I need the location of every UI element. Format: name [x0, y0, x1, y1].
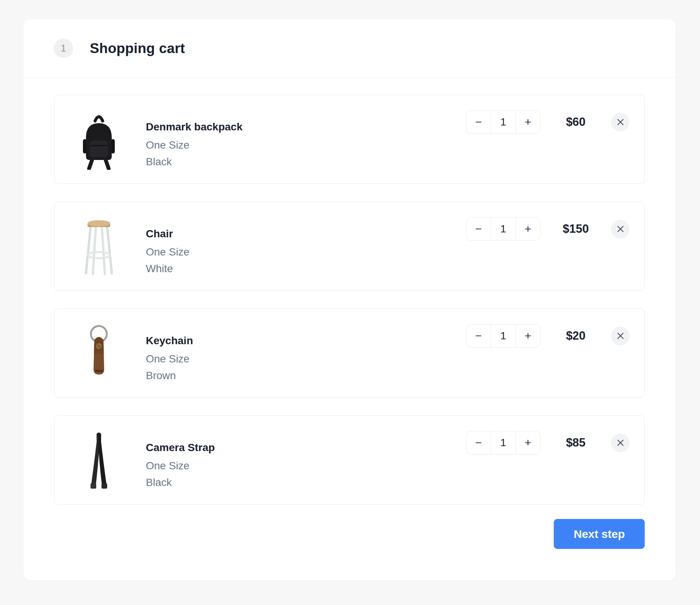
step-number-badge: 1 — [54, 39, 73, 58]
panel-footer: Next step — [23, 519, 675, 549]
item-price: $150 — [541, 222, 611, 236]
stool-image — [76, 216, 122, 277]
remove-item-button[interactable] — [611, 220, 630, 238]
product-size: One Size — [146, 353, 466, 365]
quantity-value[interactable]: 1 — [491, 324, 516, 347]
item-price: $85 — [541, 436, 611, 450]
quantity-stepper: − 1 + — [466, 324, 541, 348]
quantity-stepper: − 1 + — [466, 431, 541, 455]
minus-icon: − — [475, 116, 482, 129]
plus-icon: + — [525, 436, 531, 449]
remove-item-button[interactable] — [611, 434, 630, 452]
page-title: Shopping cart — [90, 41, 185, 56]
product-info: Chair One Size White — [146, 216, 466, 275]
shopping-cart-panel: 1 Shopping cart Denmark backpack — [23, 19, 675, 580]
product-color: Black — [146, 156, 466, 168]
quantity-value[interactable]: 1 — [491, 218, 516, 240]
product-color: Brown — [146, 370, 466, 382]
product-color: White — [146, 263, 466, 275]
next-step-button[interactable]: Next step — [554, 519, 645, 549]
product-info: Keychain One Size Brown — [146, 323, 466, 382]
quantity-value[interactable]: 1 — [491, 431, 516, 454]
decrease-quantity-button[interactable]: − — [466, 111, 491, 133]
product-name: Denmark backpack — [146, 121, 466, 133]
decrease-quantity-button[interactable]: − — [466, 431, 491, 454]
cart-item-camera-strap: Camera Strap One Size Black − 1 + $85 — [54, 415, 645, 505]
product-info: Denmark backpack One Size Black — [146, 110, 466, 168]
close-icon — [616, 332, 625, 340]
minus-icon: − — [475, 223, 482, 235]
increase-quantity-button[interactable]: + — [516, 324, 540, 347]
quantity-value[interactable]: 1 — [491, 111, 516, 133]
cart-item-chair: Chair One Size White − 1 + $150 — [54, 202, 645, 291]
minus-icon: − — [475, 436, 482, 449]
close-icon — [616, 118, 625, 126]
product-size: One Size — [146, 246, 466, 258]
item-controls: − 1 + $85 — [466, 431, 630, 455]
item-controls: − 1 + $150 — [466, 217, 630, 241]
decrease-quantity-button[interactable]: − — [466, 324, 491, 347]
product-color: Black — [146, 476, 466, 489]
increase-quantity-button[interactable]: + — [516, 218, 540, 240]
item-controls: − 1 + $20 — [466, 324, 630, 348]
quantity-stepper: − 1 + — [466, 110, 541, 134]
plus-icon: + — [525, 116, 531, 129]
backpack-image — [76, 110, 122, 170]
product-name: Keychain — [146, 335, 466, 347]
cart-item-keychain: Keychain One Size Brown − 1 + $20 — [54, 309, 645, 398]
item-price: $20 — [541, 329, 611, 343]
close-icon — [616, 225, 625, 233]
product-name: Camera Strap — [146, 442, 466, 454]
quantity-stepper: − 1 + — [466, 217, 541, 241]
increase-quantity-button[interactable]: + — [516, 431, 540, 454]
increase-quantity-button[interactable]: + — [516, 111, 540, 133]
cart-item-denmark-backpack: Denmark backpack One Size Black − 1 + $6… — [54, 95, 645, 184]
minus-icon: − — [475, 329, 482, 342]
keychain-image — [76, 323, 122, 384]
product-size: One Size — [146, 139, 466, 151]
product-name: Chair — [146, 228, 466, 240]
step-number: 1 — [61, 42, 66, 54]
remove-item-button[interactable] — [611, 327, 630, 345]
close-icon — [616, 439, 625, 447]
plus-icon: + — [525, 223, 531, 235]
product-size: One Size — [146, 460, 466, 472]
plus-icon: + — [525, 329, 531, 342]
cart-items-list: Denmark backpack One Size Black − 1 + $6… — [23, 78, 675, 505]
remove-item-button[interactable] — [611, 113, 630, 132]
item-price: $60 — [541, 115, 611, 129]
camera-strap-image — [76, 430, 122, 491]
decrease-quantity-button[interactable]: − — [466, 218, 491, 240]
product-info: Camera Strap One Size Black — [146, 430, 466, 489]
panel-header: 1 Shopping cart — [23, 19, 675, 78]
item-controls: − 1 + $60 — [466, 110, 630, 134]
